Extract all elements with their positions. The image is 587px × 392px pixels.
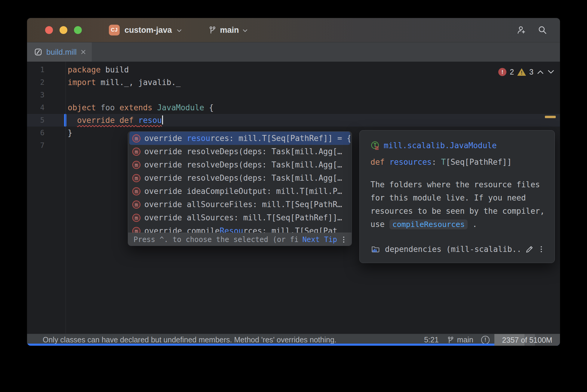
caret-line-marker bbox=[64, 114, 66, 127]
method-icon: m bbox=[132, 148, 140, 156]
error-count: 2 bbox=[510, 68, 514, 76]
git-branch-icon bbox=[208, 26, 217, 34]
doc-breadcrumb-link[interactable]: mill.scalalib.JavaModule bbox=[384, 141, 497, 150]
completion-item[interactable]: moverride compileResources: mill.T[Seq[P… bbox=[128, 224, 352, 233]
code-token: rces: mill.T[Seq[Pat bbox=[243, 226, 337, 233]
completion-item-text: override compileResources: mill.T[Seq[Pa… bbox=[144, 226, 337, 233]
method-icon: m bbox=[132, 201, 140, 209]
add-user-icon[interactable] bbox=[517, 25, 526, 35]
gutter-line-number[interactable]: 3 bbox=[27, 89, 45, 101]
code-token: : bbox=[432, 158, 441, 167]
code-token: build bbox=[101, 65, 129, 74]
code-token: override resolveDeps(deps: Task[mill.Agg… bbox=[144, 173, 342, 182]
doc-description: The folders where the resource files for… bbox=[370, 178, 546, 231]
code-line[interactable]: } bbox=[68, 127, 72, 139]
chevron-down-icon bbox=[177, 29, 182, 32]
branch-widget-status[interactable]: main bbox=[447, 335, 473, 344]
completion-item-text: override allSourceFiles: mill.T[Seq[Path… bbox=[144, 200, 342, 209]
completion-item[interactable]: moverride resources: mill.T[Seq[PathRef]… bbox=[129, 132, 350, 145]
doc-code-link[interactable]: compileResources bbox=[389, 219, 468, 229]
code-token: rces: mill.T[Seq[PathRef]] = { bbox=[210, 134, 350, 143]
completion-item[interactable]: moverride resolveDeps(deps: Task[mill.Ag… bbox=[128, 171, 352, 185]
completion-item[interactable]: moverride allSourceFiles: mill.T[Seq[Pat… bbox=[128, 198, 352, 211]
gutter-line-number[interactable]: 1 bbox=[27, 63, 45, 76]
code-token: override ideaCompileOutput: mill.T[mill.… bbox=[144, 187, 342, 196]
completion-item-text: override resources: mill.T[Seq[PathRef]]… bbox=[144, 134, 350, 143]
code-token: def bbox=[370, 158, 385, 167]
edit-icon[interactable] bbox=[525, 245, 534, 254]
doc-text: . bbox=[472, 220, 477, 229]
minimize-window-button[interactable] bbox=[60, 26, 67, 34]
code-token: T bbox=[441, 158, 446, 167]
branch-widget[interactable]: main bbox=[208, 26, 247, 35]
close-window-button[interactable] bbox=[45, 26, 53, 34]
warning-count: 3 bbox=[529, 68, 533, 76]
code-token: } bbox=[68, 128, 72, 137]
tab-label: build.mill bbox=[46, 47, 77, 57]
completion-footer: Press ^. to choose the selected (or firs… bbox=[128, 233, 352, 246]
code-token bbox=[68, 116, 77, 125]
code-token: resources bbox=[389, 158, 432, 167]
search-icon[interactable] bbox=[538, 25, 547, 35]
tab-build-mill[interactable]: build.mill bbox=[27, 42, 92, 62]
next-problem-icon[interactable] bbox=[547, 70, 555, 74]
project-badge: CJ bbox=[109, 25, 120, 35]
method-icon: m bbox=[132, 214, 140, 222]
completion-popup: moverride resources: mill.T[Seq[PathRef]… bbox=[128, 131, 352, 246]
more-options-icon[interactable] bbox=[539, 245, 544, 253]
trait-icon: T bbox=[370, 141, 380, 150]
code-token: object bbox=[68, 103, 96, 112]
completion-item[interactable]: moverride resolveDeps(deps: Task[mill.Ag… bbox=[128, 145, 352, 158]
code-editor[interactable]: 1234567 package buildimport mill._, java… bbox=[27, 62, 560, 334]
inspections-widget[interactable]: ! 2 ! 3 bbox=[498, 68, 555, 76]
method-icon: m bbox=[132, 187, 140, 195]
next-tip-link[interactable]: Next Tip bbox=[302, 235, 337, 244]
doc-source-label: dependencies (mill-scalalib...ces.jar) bbox=[385, 245, 520, 254]
code-line[interactable]: object foo extends JavaModule { bbox=[68, 101, 214, 114]
code-token: override allSourceFiles: mill.T[Seq[Path… bbox=[144, 200, 342, 209]
zoom-window-button[interactable] bbox=[74, 26, 82, 34]
completion-item[interactable]: moverride ideaCompileOutput: mill.T[mill… bbox=[128, 185, 352, 198]
code-token: resou bbox=[138, 116, 162, 125]
project-widget[interactable]: CJ custom-java bbox=[109, 25, 182, 35]
more-options-icon[interactable] bbox=[341, 235, 346, 244]
memory-usage-text: 2357 of 5100M bbox=[494, 334, 560, 346]
gutter-line-number[interactable]: 4 bbox=[27, 101, 45, 114]
doc-footer: dependencies (mill-scalalib...ces.jar) bbox=[370, 244, 544, 254]
memory-indicator[interactable]: 2357 of 5100M bbox=[494, 334, 560, 346]
method-icon: m bbox=[132, 227, 140, 233]
completion-item[interactable]: moverride resolveDeps(deps: Task[mill.Ag… bbox=[128, 158, 352, 171]
code-line[interactable]: override def resou bbox=[68, 114, 163, 127]
library-icon bbox=[370, 244, 380, 254]
completion-item-text: override resolveDeps(deps: Task[mill.Agg… bbox=[144, 147, 342, 156]
ide-window: CJ custom-java main build.m bbox=[27, 18, 560, 346]
gutter-line-number[interactable]: 7 bbox=[27, 139, 45, 152]
code-token: override resolveDeps(deps: Task[mill.Agg… bbox=[144, 147, 342, 156]
mill-file-icon bbox=[34, 48, 42, 56]
line-column-widget[interactable]: 5:21 bbox=[424, 335, 439, 344]
active-tab-indicator bbox=[27, 344, 560, 346]
code-token: Resou bbox=[220, 226, 243, 233]
text-caret bbox=[162, 115, 163, 124]
completion-list: moverride resources: mill.T[Seq[PathRef]… bbox=[128, 132, 352, 233]
notifications-icon[interactable]: ! bbox=[481, 336, 490, 344]
completion-item[interactable]: moverride allSources: mill.T[Seq[PathRef… bbox=[128, 211, 352, 224]
gutter-line-number[interactable]: 6 bbox=[27, 127, 45, 139]
documentation-popup: T mill.scalalib.JavaModule def resources… bbox=[359, 130, 555, 263]
code-line[interactable]: import mill._, javalib._ bbox=[68, 76, 181, 89]
code-line[interactable]: package build bbox=[68, 63, 129, 76]
completion-item-text: override resolveDeps(deps: Task[mill.Agg… bbox=[144, 160, 342, 169]
code-token: mill._, javalib._ bbox=[96, 78, 181, 87]
gutter-line-number[interactable]: 2 bbox=[27, 76, 45, 89]
code-token: foo bbox=[96, 103, 119, 112]
code-token: package bbox=[68, 65, 101, 74]
svg-text:T: T bbox=[373, 142, 376, 148]
warning-stripe-mark[interactable] bbox=[545, 116, 556, 118]
title-bar: CJ custom-java main bbox=[27, 18, 560, 42]
close-tab-icon[interactable] bbox=[81, 50, 86, 54]
code-token: override def bbox=[77, 116, 138, 125]
gutter-line-number[interactable]: 5 bbox=[27, 114, 45, 127]
code-token: override compile bbox=[144, 226, 220, 233]
method-icon: m bbox=[132, 174, 140, 182]
previous-problem-icon[interactable] bbox=[537, 70, 544, 74]
